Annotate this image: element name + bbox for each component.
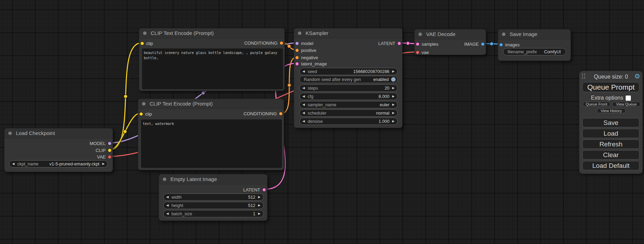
queue-prompt-button[interactable]: Queue Prompt [582,82,639,92]
node-vae-decode[interactable]: VAE Decode samples vae IMAGE [414,29,486,55]
negative-input-port[interactable]: negative [295,55,318,60]
increment-arrow-icon[interactable]: ▶ [389,84,397,92]
load-button[interactable]: Load [582,129,639,138]
clip-output-port[interactable]: CLIP [96,148,112,153]
load-default-button[interactable]: Load Default [582,161,639,170]
collapse-dot-icon[interactable] [142,102,145,106]
conditioning-port-icon[interactable] [295,48,299,52]
collapse-dot-icon[interactable] [418,33,422,36]
node-clip-text-encode-negative[interactable]: CLIP Text Encode (Prompt) clip CONDITION… [138,99,284,170]
node-title-bar[interactable]: Load Checkpoint [5,128,113,138]
collapse-dot-icon[interactable] [8,132,12,135]
latent-output-port[interactable]: LATENT [243,187,266,192]
positive-input-port[interactable]: positive [295,48,316,53]
increment-arrow-icon[interactable]: ▶ [389,118,397,125]
conditioning-output-port[interactable]: CONDITIONING [244,40,283,46]
vae-port-icon[interactable] [108,155,112,159]
increment-arrow-icon[interactable]: ▶ [255,210,263,217]
save-button[interactable]: Save [582,118,639,127]
samples-input-port[interactable]: samples [416,42,438,47]
collapse-dot-icon[interactable] [298,31,301,35]
toggle-enabled-icon[interactable] [391,77,396,82]
increment-arrow-icon[interactable]: ▶ [389,93,397,100]
image-output-port[interactable]: IMAGE [464,42,485,47]
latent-port-icon[interactable] [295,62,299,66]
filename-prefix-widget[interactable]: filename_prefix ComfyUI [503,48,566,55]
increment-arrow-icon[interactable]: ▶ [255,193,263,201]
increment-arrow-icon[interactable]: ▶ [389,68,397,75]
vae-input-port[interactable]: vae [416,50,429,55]
clip-port-icon[interactable] [139,112,143,116]
model-port-icon[interactable] [108,142,112,145]
clip-port-icon[interactable] [108,148,112,152]
next-arrow-icon[interactable]: ▶ [389,101,397,108]
decrement-arrow-icon[interactable]: ◀ [164,193,171,201]
seed-widget[interactable]: ◀ seed 156680208700286 ▶ [299,68,398,75]
image-port-icon[interactable] [481,42,485,46]
decrement-arrow-icon[interactable]: ◀ [164,210,171,217]
clip-input-port[interactable]: clip [139,111,152,117]
prev-arrow-icon[interactable]: ◀ [300,101,308,108]
node-title-bar[interactable]: Save Image [498,29,571,39]
decrement-arrow-icon[interactable]: ◀ [300,93,308,100]
node-load-checkpoint[interactable]: Load Checkpoint MODEL CLIP VAE ◀ ckpt_na… [4,128,113,172]
latent-port-icon[interactable] [397,42,401,45]
node-ksampler[interactable]: KSampler model positive negative latent_… [294,28,403,128]
ckpt-name-widget[interactable]: ◀ ckpt_name v1-5-pruned-emaonly.ckpt ▶ [9,160,108,168]
decrement-arrow-icon[interactable]: ◀ [300,118,308,125]
positive-prompt-textarea[interactable]: beautiful scenery nature glass bottle la… [142,48,283,89]
prev-arrow-icon[interactable]: ◀ [9,160,17,168]
node-title-bar[interactable]: CLIP Text Encode (Prompt) [139,28,284,38]
refresh-button[interactable]: Refresh [582,139,639,149]
clip-port-icon[interactable] [140,42,144,45]
clip-input-port[interactable]: clip [140,41,153,46]
node-title-bar[interactable]: VAE Decode [415,29,486,39]
node-title-bar[interactable]: CLIP Text Encode (Prompt) [138,99,284,109]
queue-front-button[interactable]: Queue Front [583,102,610,107]
vae-output-port[interactable]: VAE [97,154,112,160]
increment-arrow-icon[interactable]: ▶ [255,202,263,209]
latent-output-port[interactable]: LATENT [378,41,401,46]
extra-options-checkbox[interactable] [626,96,631,101]
steps-widget[interactable]: ◀ steps 20 ▶ [299,84,398,92]
cfg-widget[interactable]: ◀ cfg 8.000 ▶ [299,93,398,100]
prev-arrow-icon[interactable]: ◀ [300,109,308,117]
latent-port-icon[interactable] [416,42,420,46]
clear-button[interactable]: Clear [582,150,639,160]
batch-size-widget[interactable]: ◀ batch_size 1 ▶ [163,210,264,217]
negative-prompt-textarea[interactable]: text, watermark [141,119,282,168]
latent-image-input-port[interactable]: latent_image [295,61,327,66]
view-history-button[interactable]: View History [597,108,626,113]
conditioning-port-icon[interactable] [280,41,283,45]
conditioning-port-icon[interactable] [295,56,299,60]
settings-gear-icon[interactable]: ⚙ [634,72,640,80]
next-arrow-icon[interactable]: ▶ [99,160,107,168]
view-queue-button[interactable]: View Queue [612,102,641,107]
node-title-bar[interactable]: KSampler [294,28,402,38]
node-empty-latent-image[interactable]: Empty Latent Image LATENT ◀ width 512 ▶ … [159,174,267,221]
model-port-icon[interactable] [295,42,299,45]
node-graph-canvas[interactable]: Load Checkpoint MODEL CLIP VAE ◀ ckpt_na… [0,0,644,244]
conditioning-port-icon[interactable] [279,112,283,116]
conditioning-output-port[interactable]: CONDITIONING [244,111,283,116]
next-arrow-icon[interactable]: ▶ [389,109,397,117]
model-output-port[interactable]: MODEL [90,141,112,146]
decrement-arrow-icon[interactable]: ◀ [164,202,171,209]
collapse-dot-icon[interactable] [502,33,505,36]
node-title-bar[interactable]: Empty Latent Image [159,174,267,184]
vae-port-icon[interactable] [416,51,420,54]
random-seed-widget[interactable]: Random seed after every gen enabled [299,76,398,83]
node-clip-text-encode-positive[interactable]: CLIP Text Encode (Prompt) clip CONDITION… [139,28,285,91]
latent-port-icon[interactable] [262,188,266,192]
height-widget[interactable]: ◀ height 512 ▶ [163,202,264,209]
sampler-name-widget[interactable]: ◀ sampler_name euler ▶ [299,101,398,108]
denoise-widget[interactable]: ◀ denoise 1.000 ▶ [299,118,398,125]
collapse-dot-icon[interactable] [163,178,166,181]
model-input-port[interactable]: model [295,41,313,46]
collapse-dot-icon[interactable] [143,31,147,35]
image-port-icon[interactable] [499,43,503,47]
decrement-arrow-icon[interactable]: ◀ [300,68,308,75]
node-save-image[interactable]: Save Image images filename_prefix ComfyU… [498,29,571,61]
decrement-arrow-icon[interactable]: ◀ [300,84,308,92]
width-widget[interactable]: ◀ width 512 ▶ [163,193,264,201]
